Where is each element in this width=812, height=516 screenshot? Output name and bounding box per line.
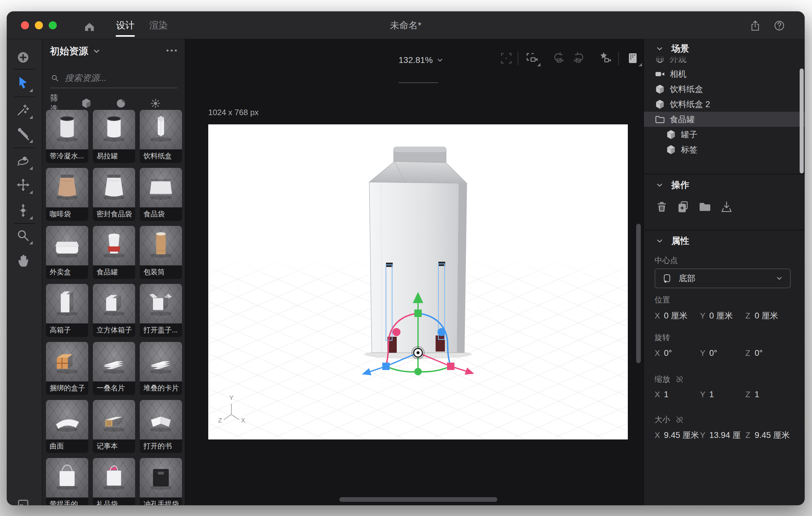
delete-button[interactable] <box>655 200 669 214</box>
asset-card[interactable]: 外卖盒 <box>46 226 88 279</box>
window-scrollbar[interactable] <box>800 68 804 173</box>
asset-card[interactable]: 冲孔手提袋 <box>140 458 182 505</box>
viewport[interactable]: 132.81% 1024 x 768 px <box>185 39 643 505</box>
asset-card[interactable]: 堆叠的卡片 <box>140 342 182 395</box>
scale-field-X[interactable]: X 1 <box>655 388 700 401</box>
link-broken-icon[interactable] <box>675 375 684 384</box>
gizmo-rotate-x-handle[interactable] <box>393 328 401 336</box>
filter-models-icon[interactable] <box>80 97 92 110</box>
gizmo-scale-y-handle[interactable] <box>414 310 422 317</box>
add-content-button[interactable] <box>16 50 31 65</box>
duplicate-button[interactable] <box>676 200 691 214</box>
filter-lights-icon[interactable] <box>149 97 162 110</box>
scene-item[interactable]: 罐子 <box>644 127 805 142</box>
sampler-tool[interactable] <box>16 126 31 141</box>
gizmo-rotate-z-handle[interactable] <box>437 328 445 336</box>
magic-wand-tool[interactable] <box>16 103 31 117</box>
horizontal-scrollbar[interactable] <box>339 497 497 502</box>
asset-card[interactable]: 一叠名片 <box>93 342 135 395</box>
position-value-Y[interactable]: 0 厘米 <box>709 310 733 321</box>
size-value-Y[interactable]: 13.94 厘 <box>709 430 741 441</box>
position-field-X[interactable]: X 0 厘米 <box>655 309 700 322</box>
tab-render[interactable]: 渲染 <box>142 11 175 39</box>
asset-card[interactable]: 立方体箱子 <box>93 284 135 337</box>
scale-value-X[interactable]: 1 <box>664 390 669 399</box>
home-button[interactable] <box>83 20 96 33</box>
close-button[interactable] <box>21 21 29 29</box>
camera-view-button[interactable] <box>524 51 539 65</box>
scene-item[interactable]: 标签 <box>644 142 805 157</box>
scene-item[interactable]: 饮料纸盒 <box>644 82 805 96</box>
assets-panel-title[interactable]: 初始资源 <box>50 45 88 58</box>
render-preview-button[interactable] <box>626 51 640 65</box>
zoom-tool[interactable] <box>16 228 31 243</box>
asset-card[interactable]: 高箱子 <box>46 284 88 337</box>
scale-field-Y[interactable]: Y 1 <box>700 388 745 401</box>
position-value-X[interactable]: 0 厘米 <box>664 310 688 321</box>
filter-materials-icon[interactable] <box>115 97 127 110</box>
asset-card[interactable]: 食品罐 <box>93 226 135 279</box>
asset-card[interactable]: 带冷凝水... <box>46 110 88 163</box>
gizmo-rotate-y-handle[interactable] <box>414 368 422 375</box>
rotation-value-Z[interactable]: 0° <box>755 348 763 358</box>
zoom-window-button[interactable] <box>49 21 57 29</box>
gizmo-scale-z-handle[interactable] <box>447 363 455 370</box>
chevron-down-icon[interactable] <box>91 46 102 56</box>
scale-value-Y[interactable]: 1 <box>709 390 714 399</box>
search-input[interactable] <box>65 73 177 83</box>
asset-card[interactable]: 打开盖子... <box>140 284 182 337</box>
share-button[interactable] <box>749 20 761 32</box>
move-tool[interactable] <box>16 177 31 192</box>
export-button[interactable] <box>720 200 734 214</box>
help-button[interactable] <box>773 20 785 32</box>
minimize-button[interactable] <box>35 21 43 29</box>
scene-item[interactable]: 外观 <box>644 56 805 66</box>
asset-card[interactable]: 咖啡袋 <box>46 168 88 221</box>
scale-value-Z[interactable]: 1 <box>755 390 759 399</box>
asset-card[interactable]: 曲面 <box>46 400 88 453</box>
gizmo-arrow-left[interactable] <box>362 368 372 375</box>
position-value-Z[interactable]: 0 厘米 <box>755 310 778 321</box>
canvas-3d-viewport[interactable]: Y Z X <box>208 124 628 439</box>
position-field-Y[interactable]: Y 0 厘米 <box>700 309 745 322</box>
asset-card[interactable]: 易拉罐 <box>93 110 135 163</box>
scene-item[interactable]: 相机 <box>644 66 805 82</box>
tab-design[interactable]: 设计 <box>109 11 142 39</box>
asset-card[interactable]: 密封食品袋 <box>93 168 135 221</box>
asset-card[interactable]: 包装筒 <box>140 226 182 279</box>
properties-section-header[interactable]: 属性 <box>655 233 689 249</box>
rotation-value-X[interactable]: 0° <box>664 348 672 358</box>
scene-section-header[interactable]: 场景 <box>655 41 689 56</box>
orbit-tool[interactable] <box>16 153 31 168</box>
asset-card[interactable]: 带提手的... <box>46 458 88 505</box>
asset-card[interactable]: 捆绑的盒子 <box>46 342 88 395</box>
select-tool[interactable] <box>16 76 31 90</box>
group-button[interactable] <box>698 200 712 214</box>
rotation-value-Y[interactable]: 0° <box>709 348 717 358</box>
more-menu-icon[interactable]: ••• <box>162 46 179 56</box>
scale-field-Z[interactable]: Z 1 <box>745 388 791 401</box>
scene-item[interactable]: 食品罐 <box>644 112 805 127</box>
rotation-field-Y[interactable]: Y 0° <box>700 346 745 360</box>
asset-card[interactable]: 饮料纸盒 <box>140 110 182 163</box>
saved-cameras-button[interactable] <box>598 51 612 65</box>
rotation-field-Z[interactable]: Z 0° <box>745 346 791 360</box>
size-value-X[interactable]: 9.45 厘米 <box>664 430 699 441</box>
rotation-field-X[interactable]: X 0° <box>655 346 700 360</box>
link-broken-icon[interactable] <box>675 415 684 424</box>
size-field-Z[interactable]: Z 9.45 厘米 <box>745 428 791 442</box>
vertical-scrollbar[interactable] <box>636 224 641 363</box>
elevate-tool[interactable] <box>16 203 31 218</box>
pan-tool[interactable] <box>16 253 31 267</box>
size-value-Z[interactable]: 9.45 厘米 <box>755 430 790 441</box>
asset-card[interactable]: 食品袋 <box>140 168 182 221</box>
position-field-Z[interactable]: Z 0 厘米 <box>745 309 791 322</box>
gizmo-scale-x-handle[interactable] <box>382 363 390 370</box>
scene-item[interactable]: 饮料纸盒 2 <box>644 96 805 112</box>
asset-card[interactable]: 打开的书 <box>140 400 182 453</box>
asset-card[interactable]: 礼品袋 <box>93 458 135 505</box>
asset-card[interactable]: 记事本 <box>93 400 135 453</box>
asset-panel-toggle[interactable] <box>16 497 31 505</box>
actions-section-header[interactable]: 操作 <box>655 177 689 193</box>
zoom-level-dropdown[interactable]: 132.81% <box>399 53 444 67</box>
